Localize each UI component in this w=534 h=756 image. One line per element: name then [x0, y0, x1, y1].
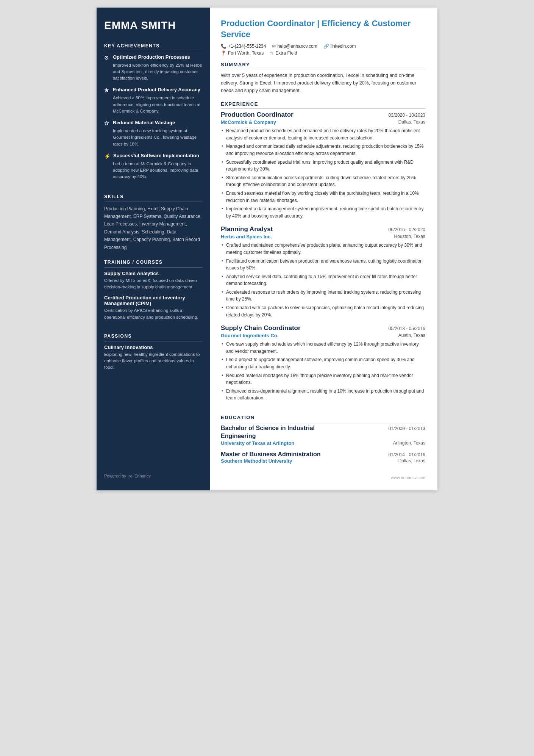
achievement-item-1: ⊙ Optimized Production Processes Improve…	[104, 54, 203, 82]
candidate-name: EMMA SMITH	[104, 19, 203, 32]
edu-header-1: Bachelor of Science in Industrial Engine…	[221, 424, 425, 440]
bullet-3-3: Reduced material shortages by 18% throug…	[221, 372, 425, 386]
exp-company-row-3: Gourmet Ingredients Co. Austin, Texas	[221, 333, 425, 338]
education-title: EDUCATION	[221, 415, 425, 422]
exp-dates-1: 03/2020 - 10/2023	[389, 113, 425, 118]
exp-location-3: Austin, Texas	[398, 333, 425, 338]
edu-header-2: Master of Business Administration 01/201…	[221, 451, 425, 459]
training-section: TRAINING / COURSES Supply Chain Analytic…	[104, 260, 203, 325]
skills-section: SKILLS Production Planning, Excel, Suppl…	[104, 194, 203, 251]
enhancv-logo-icon: ∞	[128, 473, 132, 479]
achievement-item-3: ☆ Reduced Material Wastage Implemented a…	[104, 120, 203, 147]
resume-document: EMMA SMITH KEY ACHIEVEMENTS ⊙ Optimized …	[97, 8, 437, 490]
linkedin-contact: 🔗 linkedin.com	[323, 44, 356, 49]
exp-location-2: Houston, Texas	[394, 234, 426, 239]
achievement-title-4: ⚡ Successful Software Implementation	[104, 153, 203, 159]
edu-school-row-1: University of Texas at Arlington Arlingt…	[221, 440, 425, 446]
summary-section: SUMMARY With over 5 years of experience …	[221, 62, 425, 94]
main-footer: www.enhancv.com	[221, 475, 425, 480]
exp-bullets-1: Revamped production schedules and enhanc…	[221, 127, 425, 219]
sidebar: EMMA SMITH KEY ACHIEVEMENTS ⊙ Optimized …	[97, 8, 210, 490]
email-icon: ✉	[272, 44, 276, 49]
sidebar-footer: Powered by ∞ Enhancv	[104, 465, 203, 479]
achievement-title-2: ★ Enhanced Product Delivery Accuracy	[104, 87, 203, 93]
edu-degree-2: Master of Business Administration	[221, 451, 320, 459]
bullet-3-4: Enhanced cross-departmental alignment, r…	[221, 388, 425, 402]
experience-section: EXPERIENCE Production Coordinator 03/202…	[221, 101, 425, 408]
exp-dates-2: 06/2016 - 02/2020	[389, 227, 425, 232]
job-title-block: Production Coordinator | Efficiency & Cu…	[221, 18, 425, 57]
email-address: help@enhancv.com	[277, 44, 317, 49]
exp-company-row-2: Herbs and Spices Inc. Houston, Texas	[221, 234, 425, 239]
linkedin-url: linkedin.com	[331, 44, 356, 49]
skills-title: SKILLS	[104, 194, 203, 202]
bullet-1-1: Revamped production schedules and enhanc…	[221, 127, 425, 141]
bullet-1-4: Streamlined communication across departm…	[221, 174, 425, 188]
job-title: Production Coordinator | Efficiency & Cu…	[221, 18, 425, 40]
exp-header-3: Supply Chain Coordinator 05/2013 - 05/20…	[221, 324, 425, 332]
star-extra-icon: ☆	[270, 50, 274, 56]
location-contact: 📍 Fort Worth, Texas	[221, 50, 264, 56]
course-desc-1: Offered by MITx on edX, focused on data-…	[104, 277, 203, 291]
extra-field: Extra Field	[275, 50, 297, 56]
lightning-icon: ⚡	[104, 153, 111, 159]
phone-icon: 📞	[221, 44, 226, 49]
edu-dates-2: 01/2014 - 01/2016	[389, 452, 425, 457]
bullet-2-3: Analyzed service level data, contributin…	[221, 273, 425, 287]
achievement-title-1: ⊙ Optimized Production Processes	[104, 54, 203, 61]
achievements-section: KEY ACHIEVEMENTS ⊙ Optimized Production …	[104, 43, 203, 186]
exp-company-2: Herbs and Spices Inc.	[221, 234, 272, 239]
exp-company-3: Gourmet Ingredients Co.	[221, 333, 278, 338]
edu-school-2: Southern Methodist University	[221, 458, 292, 464]
exp-role-2: Planning Analyst	[221, 225, 273, 233]
exp-header-2: Planning Analyst 06/2016 - 02/2020	[221, 225, 425, 233]
bullet-1-5: Ensured seamless material flow by workin…	[221, 190, 425, 204]
course-title-1: Supply Chain Analytics	[104, 271, 203, 276]
experience-title: EXPERIENCE	[221, 101, 425, 109]
edu-dates-1: 01/2009 - 01/2013	[389, 426, 425, 431]
passions-section: PASSIONS Culinary Innovations Exploring …	[104, 333, 203, 375]
phone-contact: 📞 +1-(234)-555-1234	[221, 44, 266, 49]
edu-location-1: Arlington, Texas	[393, 440, 425, 446]
star-filled-icon: ★	[104, 87, 110, 93]
course-item-2: Certified Production and Inventory Manag…	[104, 295, 203, 321]
bullet-3-1: Oversaw supply chain schedules which inc…	[221, 341, 425, 355]
linkedin-icon: 🔗	[323, 44, 329, 49]
passion-desc-1: Exploring new, healthy ingredient combin…	[104, 351, 203, 371]
name-block: EMMA SMITH	[104, 19, 203, 32]
bullet-2-2: Facilitated communication between produc…	[221, 258, 425, 272]
phone-number: +1-(234)-555-1234	[228, 44, 266, 49]
bullet-2-5: Coordinated with co-packers to solve dis…	[221, 304, 425, 318]
summary-title: SUMMARY	[221, 62, 425, 69]
achievement-desc-2: Achieved a 30% improvement in schedule a…	[104, 95, 203, 114]
exp-bullets-3: Oversaw supply chain schedules which inc…	[221, 341, 425, 402]
edu-school-row-2: Southern Methodist University Dallas, Te…	[221, 458, 425, 464]
exp-dates-3: 05/2013 - 05/2016	[389, 326, 425, 331]
bullet-1-2: Managed and communicated daily schedule …	[221, 143, 425, 157]
passion-item-1: Culinary Innovations Exploring new, heal…	[104, 344, 203, 371]
edu-degree-1: Bachelor of Science in Industrial Engine…	[221, 424, 333, 440]
summary-text: With over 5 years of experience in produ…	[221, 72, 425, 94]
powered-by-text: Powered by	[104, 474, 126, 478]
exp-role-1: Production Coordinator	[221, 111, 294, 119]
passions-title: PASSIONS	[104, 333, 203, 341]
exp-header-1: Production Coordinator 03/2020 - 10/2023	[221, 111, 425, 119]
edu-item-1: Bachelor of Science in Industrial Engine…	[221, 424, 425, 446]
enhancv-brand: Enhancv	[134, 474, 151, 478]
bullet-1-3: Successfully coordinated special trial r…	[221, 159, 425, 173]
exp-item-3: Supply Chain Coordinator 05/2013 - 05/20…	[221, 324, 425, 402]
website-footer: www.enhancv.com	[221, 475, 425, 480]
edu-school-1: University of Texas at Arlington	[221, 440, 294, 446]
achievement-item-2: ★ Enhanced Product Delivery Accuracy Ach…	[104, 87, 203, 114]
location-icon: 📍	[221, 50, 226, 56]
exp-role-3: Supply Chain Coordinator	[221, 324, 301, 332]
location-text: Fort Worth, Texas	[228, 50, 264, 56]
exp-location-1: Dallas, Texas	[398, 119, 425, 125]
exp-company-1: McCormick & Company	[221, 119, 276, 125]
contact-line-2: 📍 Fort Worth, Texas ☆ Extra Field	[221, 50, 425, 56]
achievement-desc-4: Led a team at McCormick & Company in ado…	[104, 161, 203, 180]
training-title: TRAINING / COURSES	[104, 260, 203, 268]
bullet-2-1: Crafted and maintained comprehensive pro…	[221, 242, 425, 256]
target-icon: ⊙	[104, 55, 110, 61]
contact-line-1: 📞 +1-(234)-555-1234 ✉ help@enhancv.com 🔗…	[221, 44, 425, 49]
